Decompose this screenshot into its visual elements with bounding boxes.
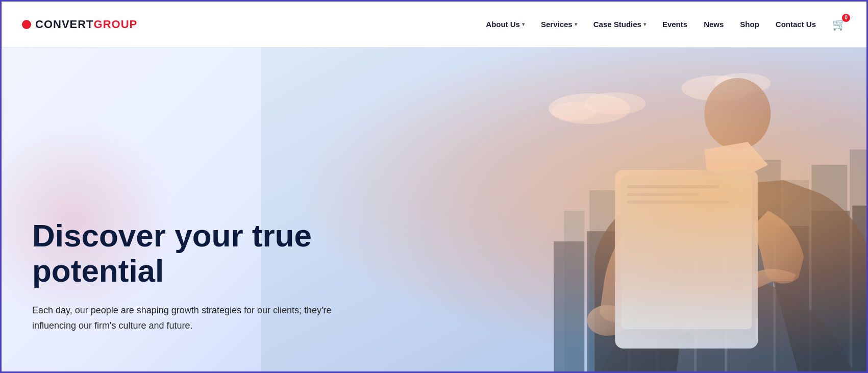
nav-events[interactable]: Events [662,20,687,29]
chevron-down-icon: ▾ [575,21,577,27]
hero-heading: Discover your true potential [32,218,379,288]
cart-badge: 0 [842,14,850,22]
svg-rect-37 [627,185,719,188]
logo-group: GROUP [94,18,138,31]
hero-section: Discover your true potential Each day, o… [2,47,866,373]
nav-news[interactable]: News [704,20,724,29]
logo-convert: CONVERT [35,18,94,31]
svg-rect-39 [627,201,729,204]
svg-point-33 [704,78,771,150]
logo[interactable]: CONVERTGROUP [22,18,137,31]
logo-text: CONVERTGROUP [35,18,137,31]
nav-contact-us[interactable]: Contact Us [776,20,816,29]
nav-shop[interactable]: Shop [740,20,759,29]
header: CONVERTGROUP About Us ▾ Services ▾ Case … [2,2,866,47]
hero-subtext: Each day, our people are shaping growth … [32,303,338,334]
nav-case-studies[interactable]: Case Studies ▾ [593,20,646,29]
svg-rect-36 [621,176,752,329]
hero-content: Discover your true potential Each day, o… [32,218,379,334]
svg-point-40 [678,332,695,348]
chevron-down-icon: ▾ [522,21,525,27]
main-nav: About Us ▾ Services ▾ Case Studies ▾ Eve… [486,18,846,31]
svg-rect-38 [627,193,699,196]
logo-dot-icon [22,20,31,29]
cart-button[interactable]: 🛒 0 [832,18,846,31]
chevron-down-icon: ▾ [643,21,646,27]
nav-services[interactable]: Services ▾ [541,20,577,29]
nav-about-us[interactable]: About Us ▾ [486,20,525,29]
